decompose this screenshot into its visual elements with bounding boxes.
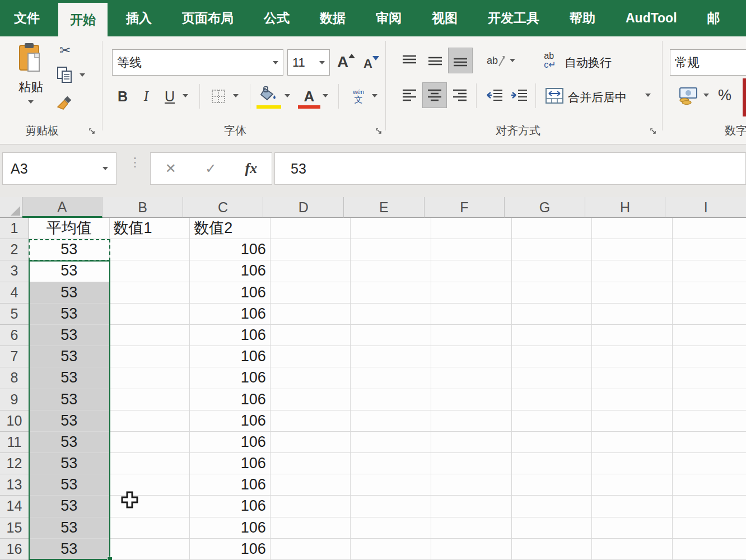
cell-A9[interactable]: 53 (29, 389, 110, 410)
cell-A15[interactable]: 53 (29, 517, 110, 539)
cell-H16[interactable] (592, 539, 673, 560)
select-all-button[interactable] (0, 197, 22, 218)
cell-F10[interactable] (431, 410, 512, 432)
cell-C16[interactable]: 106 (190, 539, 271, 560)
tab-mail[interactable]: 邮 (696, 0, 732, 36)
cell-G4[interactable] (512, 282, 593, 304)
cell-C6[interactable]: 106 (190, 325, 271, 346)
tab-help[interactable]: 帮助 (558, 0, 607, 36)
merge-center-button[interactable]: 合并后居中 (568, 90, 627, 105)
font-color-button[interactable]: A (298, 84, 320, 109)
cell-F13[interactable] (431, 474, 512, 496)
cell-I13[interactable] (673, 474, 746, 496)
cell-D11[interactable] (271, 432, 351, 453)
cell-I3[interactable] (673, 260, 746, 282)
cell-G14[interactable] (512, 496, 593, 517)
paste-dropdown-icon[interactable] (28, 100, 34, 104)
row-header-8[interactable]: 8 (0, 367, 29, 389)
cell-H1[interactable] (592, 218, 673, 239)
cell-A14[interactable]: 53 (29, 496, 110, 517)
bold-button[interactable]: B (113, 84, 132, 109)
align-top-button[interactable] (398, 49, 421, 72)
cell-F6[interactable] (431, 325, 512, 346)
cell-C3[interactable]: 106 (190, 260, 271, 282)
row-header-3[interactable]: 3 (0, 260, 29, 282)
cell-F8[interactable] (431, 367, 512, 389)
column-header-B[interactable]: B (102, 197, 183, 218)
column-header-F[interactable]: F (425, 197, 505, 218)
align-center-button[interactable] (422, 82, 447, 108)
phonetic-guide-button[interactable]: wén 文 (346, 84, 371, 109)
copy-button[interactable] (54, 66, 76, 85)
cell-E14[interactable] (351, 496, 431, 517)
cell-F5[interactable] (431, 304, 512, 325)
cell-A3[interactable]: 53 (29, 260, 110, 282)
cell-A7[interactable]: 53 (29, 346, 110, 367)
clipboard-dialog-launcher[interactable] (88, 127, 96, 134)
cell-D5[interactable] (271, 304, 351, 325)
align-right-button[interactable] (448, 83, 472, 107)
cell-I16[interactable] (673, 539, 746, 560)
cell-E4[interactable] (351, 282, 431, 304)
orientation-dropdown-icon[interactable] (510, 59, 515, 62)
cell-F11[interactable] (431, 432, 512, 453)
cell-F3[interactable] (431, 260, 512, 282)
format-painter-button[interactable] (54, 91, 76, 111)
font-name-combo[interactable]: 等线 (112, 49, 283, 76)
row-header-4[interactable]: 4 (0, 282, 29, 304)
fill-color-button[interactable] (257, 84, 281, 109)
cell-I14[interactable] (673, 496, 746, 517)
cell-E12[interactable] (351, 453, 431, 474)
tab-developer[interactable]: 开发工具 (476, 0, 551, 36)
enter-icon[interactable]: ✓ (205, 161, 216, 176)
cell-G11[interactable] (512, 432, 593, 453)
cell-B13[interactable] (110, 474, 190, 496)
cell-A8[interactable]: 53 (29, 367, 110, 389)
accounting-dropdown-icon[interactable] (703, 94, 709, 97)
cell-F7[interactable] (431, 346, 512, 367)
column-header-C[interactable]: C (183, 197, 264, 218)
cell-D6[interactable] (271, 325, 351, 346)
fill-color-dropdown-icon[interactable] (285, 94, 290, 97)
accounting-format-button[interactable] (675, 85, 700, 107)
cell-H2[interactable] (592, 239, 673, 260)
cell-B8[interactable] (110, 367, 190, 389)
cell-B7[interactable] (110, 346, 190, 367)
cell-E3[interactable] (351, 260, 431, 282)
underline-dropdown-icon[interactable] (183, 94, 188, 97)
row-header-6[interactable]: 6 (0, 325, 29, 346)
cell-B4[interactable] (110, 282, 190, 304)
cell-I6[interactable] (673, 325, 746, 346)
cell-E11[interactable] (351, 432, 431, 453)
alignment-dialog-launcher[interactable] (650, 127, 657, 134)
orientation-button[interactable]: ab (483, 49, 507, 72)
cell-B16[interactable] (110, 539, 190, 560)
copy-dropdown-icon[interactable] (80, 73, 85, 77)
column-header-A[interactable]: A (22, 197, 103, 218)
row-header-13[interactable]: 13 (0, 474, 29, 496)
cell-A12[interactable]: 53 (29, 453, 110, 474)
cell-H13[interactable] (592, 474, 673, 496)
cell-A16[interactable]: 53 (29, 539, 110, 560)
tab-view[interactable]: 视图 (420, 0, 469, 36)
cell-I2[interactable] (673, 239, 746, 260)
cell-A10[interactable]: 53 (29, 410, 110, 432)
cell-H6[interactable] (592, 325, 673, 346)
cell-B2[interactable] (110, 239, 190, 260)
cell-C14[interactable]: 106 (190, 496, 271, 517)
cell-B6[interactable] (110, 325, 190, 346)
cell-D15[interactable] (271, 517, 351, 539)
cell-G13[interactable] (512, 474, 593, 496)
cell-C8[interactable]: 106 (190, 367, 271, 389)
cell-D7[interactable] (271, 346, 351, 367)
borders-dropdown-icon[interactable] (233, 94, 239, 97)
cell-I1[interactable] (673, 218, 746, 239)
cell-D1[interactable] (271, 218, 351, 239)
tab-audtool[interactable]: AudTool (614, 0, 689, 36)
cell-C10[interactable]: 106 (190, 410, 271, 432)
cell-C12[interactable]: 106 (190, 453, 271, 474)
cell-C7[interactable]: 106 (190, 346, 271, 367)
cell-D16[interactable] (271, 539, 351, 560)
cell-G15[interactable] (512, 517, 593, 539)
row-header-12[interactable]: 12 (0, 453, 29, 474)
